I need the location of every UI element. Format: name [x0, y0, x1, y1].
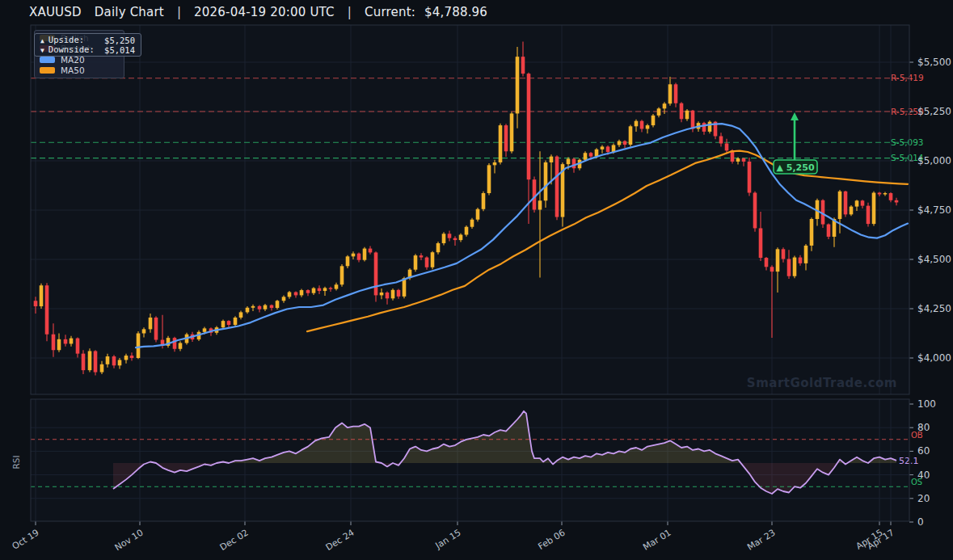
- bullish-candle: [391, 290, 395, 298]
- bullish-candle: [88, 351, 92, 370]
- bullish-candle: [855, 200, 859, 206]
- bearish-candle: [306, 290, 310, 293]
- downside-label: ▼Downside:: [40, 44, 95, 56]
- bearish-candle: [258, 306, 262, 309]
- bullish-candle: [239, 312, 243, 318]
- x-tick-label: Jan 15: [433, 528, 463, 552]
- bearish-candle: [753, 193, 757, 229]
- bearish-candle: [589, 153, 593, 156]
- bullish-candle: [70, 339, 74, 344]
- bearish-candle: [453, 238, 458, 240]
- ma20-swatch-icon: [40, 57, 55, 63]
- bearish-candle: [827, 225, 831, 237]
- y-tick-label: 0: [917, 516, 924, 528]
- bearish-candle: [270, 305, 274, 308]
- bearish-candle: [420, 255, 424, 257]
- downside-value: $5,014: [104, 45, 135, 55]
- bullish-candle: [323, 288, 327, 291]
- bullish-candle: [106, 356, 110, 364]
- y-tick-label: 40: [917, 469, 930, 481]
- bullish-candle: [601, 146, 605, 149]
- upside-value: $5,250: [104, 36, 135, 45]
- legend-item-ma50: MA50: [40, 65, 119, 77]
- bullish-candle: [793, 258, 797, 276]
- bullish-candle: [251, 306, 255, 308]
- y-tick-label: $4,000: [917, 352, 951, 364]
- bullish-candle: [312, 288, 316, 293]
- bearish-candle: [521, 57, 525, 74]
- target-badge-label: ▲ 5,250: [776, 162, 814, 173]
- bearish-candle: [45, 285, 49, 335]
- bullish-candle: [629, 126, 633, 145]
- bearish-candle: [425, 258, 429, 267]
- downside-row: ▼Downside: $5,014: [40, 45, 135, 55]
- bearish-candle: [742, 158, 746, 162]
- x-tick-label: Oct 19: [11, 528, 41, 552]
- bearish-candle: [770, 267, 774, 272]
- bullish-candle: [57, 339, 61, 350]
- bearish-candle: [318, 288, 322, 291]
- bullish-candle: [40, 285, 44, 306]
- bullish-candle: [499, 125, 503, 162]
- bullish-candle: [363, 249, 367, 260]
- bearish-candle: [640, 121, 644, 129]
- bullish-candle: [124, 356, 129, 360]
- bullish-candle: [282, 297, 286, 301]
- y-tick-label: 60: [917, 445, 930, 457]
- bearish-candle: [374, 252, 378, 295]
- bearish-candle: [94, 351, 98, 372]
- bullish-candle: [346, 256, 350, 266]
- bearish-candle: [623, 141, 627, 145]
- bearish-candle: [844, 192, 848, 215]
- legend-item-label: MA50: [61, 66, 85, 75]
- bearish-candle: [782, 249, 786, 259]
- bearish-candle: [227, 321, 231, 325]
- bearish-candle: [759, 228, 763, 258]
- bearish-candle: [861, 200, 865, 205]
- bearish-candle: [82, 354, 86, 370]
- watermark-text: SmartGoldTrade.com: [747, 376, 897, 390]
- bearish-candle: [787, 259, 791, 276]
- bullish-candle: [436, 243, 441, 252]
- bullish-candle: [476, 209, 480, 220]
- y-tick-label: $4,500: [917, 254, 951, 265]
- x-axis: Oct 19Nov 10Dec 02Dec 24Jan 15Feb 06Mar …: [11, 521, 896, 553]
- bearish-candle: [294, 293, 298, 296]
- bullish-candle: [442, 234, 446, 243]
- bearish-candle: [799, 258, 803, 263]
- bullish-candle: [118, 360, 122, 365]
- bearish-candle: [397, 290, 401, 297]
- bullish-candle: [510, 113, 514, 151]
- bullish-candle: [850, 207, 854, 215]
- bullish-candle: [340, 266, 344, 284]
- target-levels-tooltip: ▲Upside: $5,250 ▼Downside: $5,014: [34, 33, 141, 57]
- y-tick-label: $4,250: [917, 303, 951, 314]
- rsi-last-value-label: 52.1: [899, 456, 919, 466]
- bearish-candle: [719, 137, 723, 144]
- bullish-candle: [883, 193, 888, 194]
- bullish-candle: [380, 293, 384, 295]
- bullish-candle: [179, 343, 183, 348]
- bullish-candle: [300, 290, 304, 295]
- bearish-candle: [555, 157, 559, 217]
- price-y-axis: $5,500$5,250$5,000$4,750$4,500$4,250$4,0…: [909, 57, 951, 364]
- legend-item-label: MA20: [61, 56, 85, 65]
- bullish-candle: [776, 249, 780, 272]
- y-tick-label: $5,000: [917, 155, 951, 166]
- bearish-candle: [527, 74, 531, 179]
- bearish-candle: [867, 206, 871, 224]
- down-triangle-icon: ▼: [40, 47, 44, 54]
- bearish-candle: [357, 254, 361, 260]
- x-tick-label: Nov 10: [113, 528, 145, 554]
- x-tick-label: Dec 24: [324, 528, 356, 554]
- chart-app: XAUUSD Daily Chart | 2026-04-19 20:00 UT…: [0, 0, 953, 560]
- bullish-candle: [685, 111, 689, 119]
- bullish-candle: [872, 193, 876, 225]
- bullish-candle: [516, 57, 520, 113]
- bullish-candle: [149, 318, 153, 329]
- y-tick-label: $4,750: [917, 204, 951, 216]
- bearish-candle: [691, 111, 695, 129]
- downside-text: Downside:: [48, 44, 95, 54]
- bullish-candle: [657, 108, 661, 116]
- bullish-candle: [550, 157, 554, 162]
